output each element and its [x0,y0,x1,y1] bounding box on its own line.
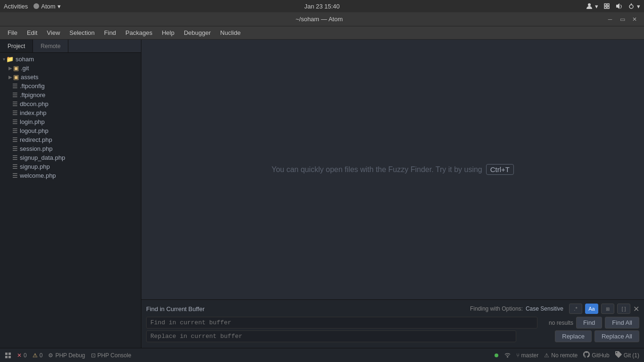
replace-all-button[interactable]: Replace All [594,330,639,342]
warning-label: 0 [40,352,43,359]
list-item[interactable]: ▶ ▣ .git [0,64,141,73]
list-item[interactable]: ☰ signup_data.php [0,153,141,162]
app-indicator[interactable]: Atom ▾ [33,3,60,10]
tab-remote[interactable]: Remote [33,40,68,52]
volume-icon[interactable] [615,2,623,10]
minimize-button[interactable]: ─ [605,15,615,24]
item-label: session.php [20,145,52,152]
git-item[interactable]: Git (1) [615,351,639,359]
svg-rect-3 [604,7,606,8]
find-panel: Find in Current Buffer Finding with Opti… [141,299,644,348]
file-icon: ☰ [12,154,18,161]
list-item[interactable]: ☰ signup.php [0,162,141,171]
no-results-label: no results [540,320,573,326]
replace-button[interactable]: Replace [555,330,592,342]
file-icon: ☰ [12,82,18,90]
tree-root[interactable]: ▾ 📁 soham [0,55,141,64]
file-icon: ☰ [12,163,18,170]
grid-icon-btn[interactable] [5,352,11,359]
regex-option-btn[interactable]: .* [569,304,582,314]
title-bar: ~/soham — Atom ─ ▭ ✕ [0,12,644,26]
user-icon[interactable]: ▾ [586,2,598,10]
svg-rect-4 [607,7,609,8]
list-item[interactable]: ☰ .ftpignore [0,90,141,99]
folder-icon: ▣ [13,74,19,81]
folder-chevron: ▶ [8,66,12,71]
find-close-button[interactable]: ✕ [633,304,639,313]
menu-nuclide[interactable]: Nuclide [215,27,245,38]
list-item[interactable]: ☰ welcome.php [0,171,141,180]
list-item[interactable]: ☰ session.php [0,144,141,153]
title-bar-controls: ─ ▭ ✕ [605,15,639,24]
warning-count[interactable]: ⚠ 0 [33,352,43,359]
file-icon: ☰ [12,91,18,99]
list-item[interactable]: ☰ redirect.php [0,135,141,144]
svg-point-11 [507,356,508,357]
find-input[interactable] [146,317,537,329]
item-label: logout.php [20,127,49,134]
power-icon[interactable]: ▾ [627,2,640,10]
item-label: redirect.php [20,136,52,143]
svg-rect-10 [8,356,11,358]
item-label: dbcon.php [20,100,49,107]
app-chevron: ▾ [58,3,61,10]
network-icon[interactable] [603,2,611,10]
replace-row: Replace Replace All [146,330,639,342]
app-name: Atom [41,3,55,10]
whitespace-option-btn[interactable]: [ ] [617,304,630,314]
fuzzy-hint: You can quickly open files with the Fuzz… [272,164,514,175]
system-bar-left: Activities Atom ▾ [4,3,61,10]
php-debug-btn[interactable]: ⚙ PHP Debug [48,352,85,359]
hint-text: You can quickly open files with the Fuzz… [272,165,482,174]
file-icon: ☰ [12,118,18,125]
svg-rect-1 [604,4,606,6]
root-label: soham [16,56,34,63]
find-button[interactable]: Find [576,317,602,329]
list-item[interactable]: ☰ dbcon.php [0,99,141,108]
warning-icon: ⚠ [33,352,38,359]
list-item[interactable]: ▶ ▣ assets [0,73,141,82]
find-all-button[interactable]: Find All [605,317,639,329]
sidebar-tabs: Project Remote [0,40,141,53]
branch-icon: ⑂ [516,352,520,359]
php-console-btn[interactable]: ⊡ PHP Console [91,352,132,359]
file-icon: ☰ [12,145,18,152]
error-count[interactable]: ✕ 0 [17,352,27,359]
title-bar-title: ~/soham — Atom [33,16,605,23]
menu-packages[interactable]: Packages [121,27,157,38]
menu-debugger[interactable]: Debugger [179,27,215,38]
maximize-button[interactable]: ▭ [618,15,627,24]
sidebar: Project Remote ▾ 📁 soham ▶ ▣ .git ▶ ▣ as… [0,40,141,348]
list-item[interactable]: ☰ .ftpconfig [0,82,141,90]
menu-file[interactable]: File [3,27,22,38]
activities-label[interactable]: Activities [4,3,28,10]
git-icon [615,351,622,359]
menu-selection[interactable]: Selection [65,27,99,38]
case-option-btn[interactable]: Aa [585,304,598,314]
list-item[interactable]: ☰ index.php [0,108,141,117]
menu-edit[interactable]: Edit [22,27,42,38]
github-item[interactable]: GitHub [583,351,609,359]
github-icon [583,351,590,359]
file-icon: ☰ [12,136,18,143]
menu-help[interactable]: Help [157,27,179,38]
menu-find[interactable]: Find [99,27,121,38]
list-item[interactable]: ☰ logout.php [0,126,141,135]
svg-rect-9 [5,356,8,358]
list-item[interactable]: ☰ login.php [0,117,141,126]
tab-project[interactable]: Project [0,40,33,52]
item-label: .ftpconfig [20,82,45,90]
close-button[interactable]: ✕ [630,15,639,24]
php-debug-label: PHP Debug [55,352,85,359]
datetime: Jan 23 15:40 [304,3,339,10]
replace-input[interactable] [146,330,516,342]
no-remote-item[interactable]: ⚠ No remote [544,352,578,359]
item-label: .git [21,65,29,72]
user-chevron: ▾ [595,3,598,10]
git-label: Git (1) [624,352,639,359]
menu-view[interactable]: View [42,27,65,38]
word-option-btn[interactable]: ⊞ [601,304,614,314]
branch-item[interactable]: ⑂ master [516,352,539,359]
item-label: login.php [20,118,45,125]
item-label: assets [21,74,39,81]
